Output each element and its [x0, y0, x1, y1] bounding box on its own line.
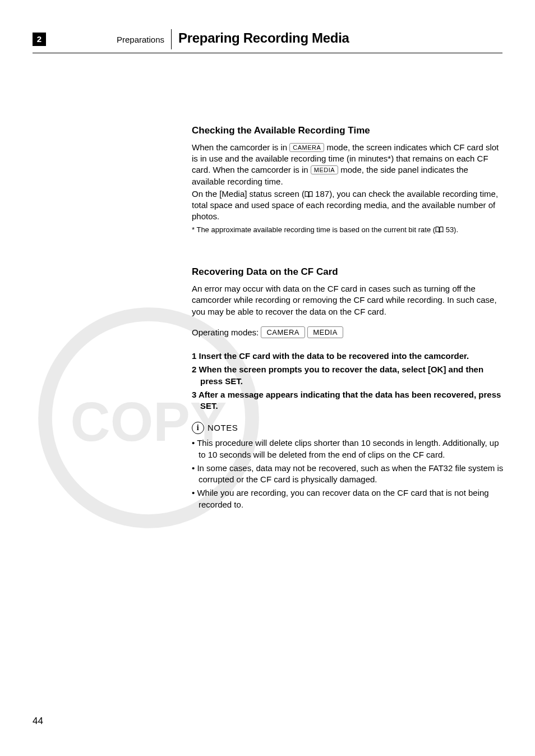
main-content: Checking the Available Recording Time Wh… — [192, 125, 504, 513]
header-rule — [33, 53, 502, 53]
note-item: In some cases, data may not be recovered… — [199, 463, 504, 486]
step-item: 2 When the screen prompts you to recover… — [200, 364, 504, 387]
mode-tag-camera: CAMERA — [289, 143, 324, 152]
note-item: This procedure will delete clips shorter… — [199, 437, 504, 460]
header-divider — [171, 29, 172, 49]
chapter-number-box: 2 — [33, 33, 46, 46]
steps-list: 1 Insert the CF card with the data to be… — [192, 351, 504, 412]
body-text: An error may occur with data on the CF c… — [192, 283, 504, 317]
body-text: On the [Media] status screen ( 187), you… — [192, 188, 504, 223]
notes-list: This procedure will delete clips shorter… — [192, 437, 504, 510]
step-item: 3 After a message appears indicating tha… — [200, 389, 504, 412]
section-label: Preparations — [117, 34, 164, 45]
page-number: 44 — [33, 715, 43, 728]
notes-label: NOTES — [207, 422, 238, 434]
notes-header: i NOTES — [192, 422, 504, 434]
footnote: * The approximate available recording ti… — [192, 225, 504, 235]
note-item: While you are recording, you can recover… — [199, 487, 504, 510]
page-header: Preparations Preparing Recording Media — [50, 29, 501, 49]
book-icon — [435, 227, 444, 233]
mode-tag-media: MEDIA — [311, 165, 338, 174]
operating-modes-row: Operating modes: CAMERA MEDIA — [192, 326, 504, 338]
book-icon — [305, 191, 313, 197]
step-item: 1 Insert the CF card with the data to be… — [200, 351, 504, 362]
heading-checking-time: Checking the Available Recording Time — [192, 125, 504, 137]
heading-recovering-data: Recovering Data on the CF Card — [192, 266, 504, 279]
mode-tag-media: MEDIA — [307, 326, 343, 338]
body-text: When the camcorder is in CAMERA mode, th… — [192, 142, 504, 187]
mode-tag-camera: CAMERA — [261, 326, 305, 338]
info-icon: i — [192, 422, 204, 434]
page-title: Preparing Recording Media — [178, 29, 349, 47]
